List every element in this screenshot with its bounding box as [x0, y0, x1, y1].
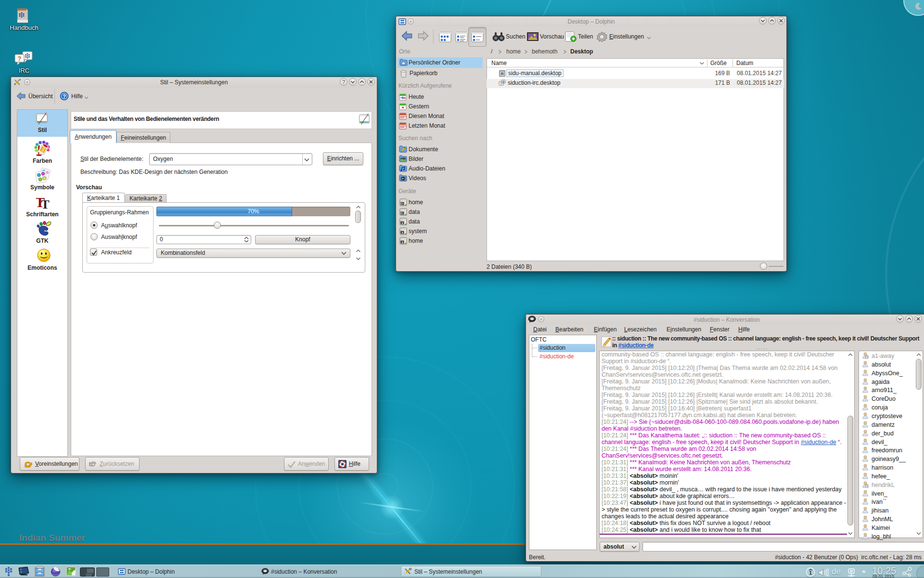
svg-text:?: ?	[342, 79, 345, 85]
svg-text:?: ?	[63, 93, 66, 99]
svg-text:?: ?	[18, 55, 22, 62]
svg-text:T: T	[41, 197, 49, 210]
